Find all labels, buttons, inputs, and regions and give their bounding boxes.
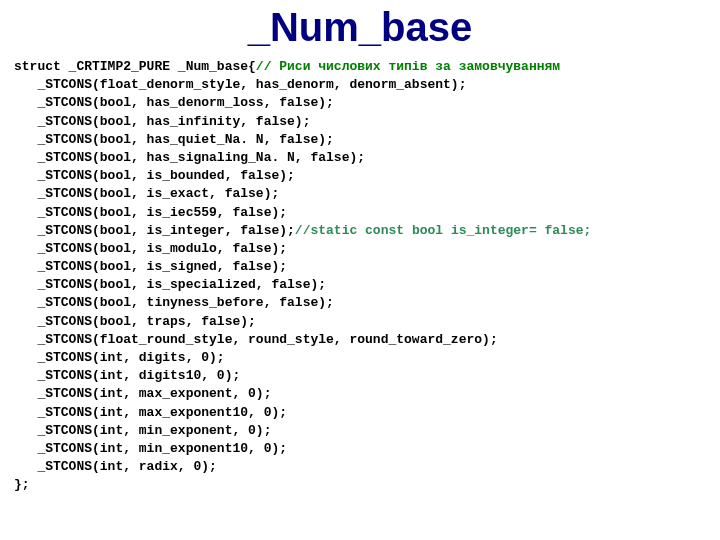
code-line: _STCONS(bool, is_bounded, false); — [14, 168, 295, 183]
struct-open: struct _CRTIMP2_PURE _Num_base{ — [14, 59, 256, 74]
code-line: _STCONS(bool, is_modulo, false); — [14, 241, 287, 256]
code-line: _STCONS(int, radix, 0); — [14, 459, 217, 474]
code-line: _STCONS(bool, has_quiet_Na. N, false); — [14, 132, 334, 147]
code-line: _STCONS(int, max_exponent10, 0); — [14, 405, 287, 420]
comment-is-integer: //static const bool is_integer= false; — [295, 223, 591, 238]
code-line: _STCONS(bool, has_infinity, false); — [14, 114, 310, 129]
code-line: _STCONS(int, max_exponent, 0); — [14, 386, 271, 401]
code-line: _STCONS(bool, is_integer, false); — [14, 223, 295, 238]
code-line: _STCONS(int, min_exponent10, 0); — [14, 441, 287, 456]
code-line: _STCONS(bool, has_signaling_Na. N, false… — [14, 150, 365, 165]
code-line: _STCONS(bool, is_specialized, false); — [14, 277, 326, 292]
slide: _Num_base struct _CRTIMP2_PURE _Num_base… — [0, 0, 720, 540]
code-line: _STCONS(float_denorm_style, has_denorm, … — [14, 77, 466, 92]
code-line: _STCONS(bool, is_exact, false); — [14, 186, 279, 201]
code-line: _STCONS(int, digits, 0); — [14, 350, 225, 365]
code-line: _STCONS(float_round_style, round_style, … — [14, 332, 498, 347]
struct-close: }; — [14, 477, 30, 492]
code-line: _STCONS(bool, traps, false); — [14, 314, 256, 329]
code-line: _STCONS(bool, is_signed, false); — [14, 259, 287, 274]
code-line: _STCONS(int, digits10, 0); — [14, 368, 240, 383]
code-block: struct _CRTIMP2_PURE _Num_base{// Риси ч… — [14, 58, 706, 495]
comment-header: // Риси числових типів за замовчуванням — [256, 59, 560, 74]
slide-title: _Num_base — [14, 6, 706, 48]
code-line: _STCONS(bool, has_denorm_loss, false); — [14, 95, 334, 110]
code-line: _STCONS(bool, tinyness_before, false); — [14, 295, 334, 310]
code-line: _STCONS(int, min_exponent, 0); — [14, 423, 271, 438]
code-line: _STCONS(bool, is_iec559, false); — [14, 205, 287, 220]
